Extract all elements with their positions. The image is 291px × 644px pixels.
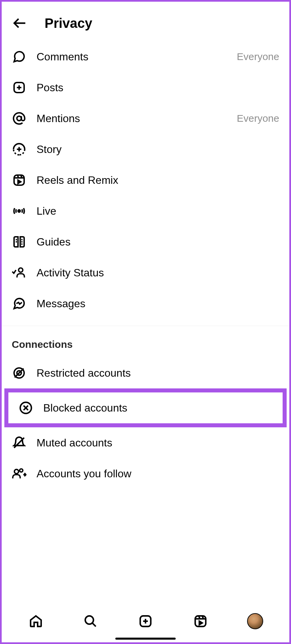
story-icon (12, 142, 26, 157)
nav-reels[interactable] (192, 613, 209, 629)
settings-item-muted[interactable]: Muted accounts (2, 427, 289, 458)
settings-item-posts[interactable]: Posts (2, 72, 289, 103)
svg-point-26 (14, 469, 19, 474)
content-scroll[interactable]: Comments Everyone Posts Mentions Ev (2, 41, 289, 605)
home-icon (29, 614, 43, 628)
bottom-nav (2, 605, 289, 633)
item-label: Accounts you follow (37, 468, 279, 480)
back-button[interactable] (12, 15, 28, 31)
divider (2, 326, 289, 326)
nav-home[interactable] (28, 613, 44, 629)
guides-icon (12, 234, 26, 249)
nav-profile[interactable] (247, 613, 263, 629)
item-value: Everyone (237, 113, 279, 124)
item-label: Comments (37, 51, 227, 63)
plus-square-icon (138, 614, 153, 628)
item-label: Reels and Remix (37, 174, 279, 186)
arrow-left-icon (12, 16, 27, 31)
header: Privacy (2, 2, 289, 41)
search-icon (83, 614, 98, 628)
mentions-icon (12, 111, 26, 126)
settings-item-accounts-follow[interactable]: Accounts you follow (2, 458, 289, 489)
accounts-follow-icon (12, 466, 26, 481)
section-header-connections: Connections (2, 333, 289, 358)
item-label: Blocked accounts (43, 402, 273, 414)
item-label: Activity Status (37, 267, 279, 279)
item-value: Everyone (237, 51, 279, 62)
blocked-icon (18, 400, 33, 415)
settings-item-comments[interactable]: Comments Everyone (2, 41, 289, 72)
settings-item-reels[interactable]: Reels and Remix (2, 165, 289, 196)
messages-icon (12, 296, 26, 311)
item-label: Guides (37, 236, 279, 248)
svg-line-29 (93, 623, 96, 627)
settings-item-live[interactable]: Live (2, 196, 289, 226)
settings-item-story[interactable]: Story (2, 134, 289, 165)
restricted-icon (12, 366, 26, 380)
profile-avatar-icon (247, 613, 263, 629)
settings-item-messages[interactable]: Messages (2, 288, 289, 319)
nav-create[interactable] (137, 613, 154, 629)
settings-item-restricted[interactable]: Restricted accounts (2, 358, 289, 388)
reels-nav-icon (193, 614, 208, 628)
home-indicator (115, 638, 176, 640)
settings-item-guides[interactable]: Guides (2, 226, 289, 257)
settings-item-activity-status[interactable]: Activity Status (2, 257, 289, 288)
item-label: Story (37, 143, 279, 156)
svg-point-18 (18, 268, 23, 272)
muted-icon (12, 435, 26, 450)
item-label: Mentions (37, 112, 227, 125)
svg-point-27 (20, 469, 23, 472)
nav-search[interactable] (82, 613, 99, 629)
item-label: Messages (37, 298, 279, 310)
item-label: Muted accounts (37, 437, 279, 449)
reels-icon (12, 173, 26, 187)
page-title: Privacy (45, 16, 92, 31)
activity-status-icon (12, 265, 26, 280)
live-icon (12, 204, 26, 218)
svg-point-12 (18, 210, 20, 212)
comments-icon (12, 49, 26, 64)
settings-item-blocked[interactable]: Blocked accounts (4, 388, 287, 427)
settings-item-mentions[interactable]: Mentions Everyone (2, 103, 289, 134)
item-label: Posts (37, 82, 279, 94)
svg-point-28 (85, 616, 94, 624)
svg-marker-11 (18, 180, 21, 183)
item-label: Live (37, 205, 279, 217)
svg-marker-37 (199, 621, 202, 625)
posts-icon (12, 80, 26, 95)
item-label: Restricted accounts (37, 367, 279, 379)
